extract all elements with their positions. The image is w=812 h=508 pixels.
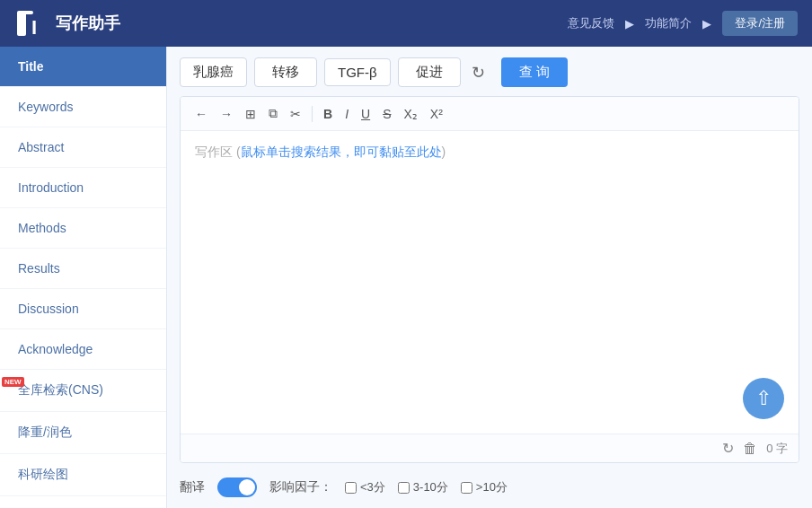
query-button[interactable]: 查 询 xyxy=(501,57,568,87)
keyword-tag: 乳腺癌 xyxy=(180,57,247,87)
placeholder-text: 鼠标单击搜索结果，即可黏贴至此处 xyxy=(241,145,442,159)
editor-body[interactable]: 写作区 (鼠标单击搜索结果，即可黏贴至此处) ⇧ xyxy=(181,131,799,434)
placeholder-bracket-close: ) xyxy=(442,145,446,159)
strikethrough-button[interactable]: S xyxy=(379,105,394,123)
nav-separator2: ▶ xyxy=(702,17,711,31)
main-content: 乳腺癌转移TGF-β促进↻查 询 ←→⊞⧉✂BIUSX₂X² 写作区 (鼠标单击… xyxy=(167,47,812,508)
user-button[interactable]: 登录/注册 xyxy=(722,11,798,36)
main-layout: TitleKeywordsAbstractIntroductionMethods… xyxy=(0,47,812,508)
word-count: 0 字 xyxy=(766,441,788,457)
upload-button[interactable]: ⇧ xyxy=(743,378,784,419)
keyword-tag: TGF-β xyxy=(324,58,391,86)
sidebar-item-keywords[interactable]: Keywords xyxy=(0,87,166,127)
influence-label: 影响因子： xyxy=(269,479,332,495)
footer-delete-button[interactable]: 🗑 xyxy=(743,441,757,457)
header-nav: 意见反馈 ▶ 功能简介 ▶ 登录/注册 xyxy=(568,11,798,36)
bottom-bar: 翻译 影响因子： <3分 3-10分 >10分 xyxy=(180,470,799,497)
translate-toggle[interactable] xyxy=(217,477,257,497)
editor-footer: ↻ 🗑 0 字 xyxy=(181,434,799,462)
function-link[interactable]: 功能简介 xyxy=(645,15,692,31)
footer-refresh-button[interactable]: ↻ xyxy=(722,440,734,457)
svg-rect-0 xyxy=(17,11,26,36)
sidebar-item-acknowledge[interactable]: Acknowledge xyxy=(0,329,166,370)
sidebar: TitleKeywordsAbstractIntroductionMethods… xyxy=(0,47,167,508)
sidebar-item-methods[interactable]: Methods xyxy=(0,208,166,249)
translate-label: 翻译 xyxy=(180,479,205,495)
influence-low-label: <3分 xyxy=(360,479,385,495)
editor-placeholder: 写作区 (鼠标单击搜索结果，即可黏贴至此处) xyxy=(195,145,446,159)
influence-checkbox-low[interactable] xyxy=(345,482,357,494)
grid-button[interactable]: ⊞ xyxy=(242,105,260,123)
undo-button[interactable]: ← xyxy=(191,105,211,123)
sidebar-item-cns-search[interactable]: 全库检索(CNS) xyxy=(0,370,166,412)
sidebar-item-discussion[interactable]: Discussion xyxy=(0,289,166,329)
sidebar-item-results[interactable]: Results xyxy=(0,249,166,289)
editor-container: ←→⊞⧉✂BIUSX₂X² 写作区 (鼠标单击搜索结果，即可黏贴至此处) ⇧ ↻… xyxy=(180,96,799,463)
sidebar-item-reduce-color[interactable]: 降重/润色 xyxy=(0,412,166,454)
superscript-button[interactable]: X² xyxy=(427,105,446,123)
influence-option-mid[interactable]: 3-10分 xyxy=(398,479,448,495)
sidebar-item-introduction[interactable]: Introduction xyxy=(0,168,166,208)
redo-button[interactable]: → xyxy=(216,105,236,123)
influence-high-label: >10分 xyxy=(476,479,508,495)
search-bar: 乳腺癌转移TGF-β促进↻查 询 xyxy=(180,57,799,87)
bold-button[interactable]: B xyxy=(320,105,336,123)
editor-toolbar: ←→⊞⧉✂BIUSX₂X² xyxy=(181,97,799,131)
logo-area: I 写作助手 xyxy=(14,6,120,40)
underline-button[interactable]: U xyxy=(357,105,374,123)
keyword-tag: 促进 xyxy=(398,57,461,87)
logo-icon: I xyxy=(14,6,49,40)
sidebar-item-sci-chart[interactable]: 科研绘图 xyxy=(0,454,166,496)
logo-text: 写作助手 xyxy=(56,13,120,34)
refresh-button[interactable]: ↻ xyxy=(468,59,489,86)
sidebar-item-title[interactable]: Title xyxy=(0,47,166,87)
upload-arrow-icon: ⇧ xyxy=(755,389,772,408)
subscript-button[interactable]: X₂ xyxy=(400,105,420,123)
toolbar-divider xyxy=(312,106,313,122)
sidebar-item-abstract[interactable]: Abstract xyxy=(0,127,166,168)
italic-button[interactable]: I xyxy=(341,105,352,123)
influence-mid-label: 3-10分 xyxy=(413,479,448,495)
copy-button[interactable]: ⧉ xyxy=(265,104,281,123)
toggle-knob xyxy=(239,479,255,495)
influence-checkbox-high[interactable] xyxy=(461,482,472,494)
influence-checkbox-mid[interactable] xyxy=(398,482,410,494)
header: I 写作助手 意见反馈 ▶ 功能简介 ▶ 登录/注册 xyxy=(0,0,812,47)
influence-option-high[interactable]: >10分 xyxy=(461,479,508,495)
svg-text:I: I xyxy=(31,16,37,39)
svg-rect-1 xyxy=(21,11,33,14)
cut-button[interactable]: ✂ xyxy=(287,105,304,123)
keyword-tag: 转移 xyxy=(254,57,317,87)
placeholder-bracket-open: 写作区 ( xyxy=(195,145,241,159)
influence-option-low[interactable]: <3分 xyxy=(345,479,385,495)
feedback-link[interactable]: 意见反馈 xyxy=(568,15,614,31)
nav-separator1: ▶ xyxy=(625,17,634,31)
